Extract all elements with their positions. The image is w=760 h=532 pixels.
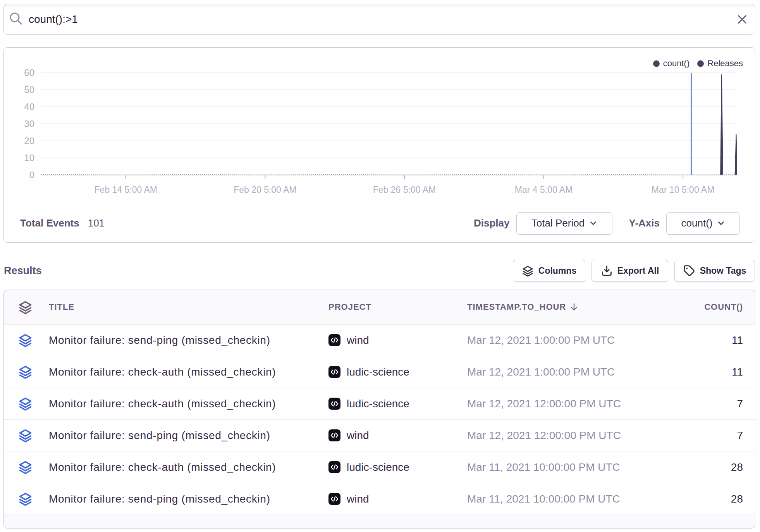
- row-timestamp: Mar 11, 2021 10:00:00 PM UTC: [467, 461, 661, 474]
- code-icon: [329, 398, 340, 409]
- results-table: TITLE PROJECT TIMESTAMP.TO_HOUR COUNT() …: [3, 290, 755, 529]
- y-axis-tick-label: 10: [4, 153, 34, 163]
- table-row[interactable]: Monitor failure: check-auth (missed_chec…: [4, 356, 755, 388]
- row-timestamp: Mar 12, 2021 12:00:00 PM UTC: [467, 429, 661, 442]
- chevron-down-icon: [590, 220, 597, 227]
- close-icon[interactable]: [734, 11, 751, 28]
- discover-page: { "search": { "query": "count():>1", "ic…: [0, 0, 760, 532]
- row-stack-icon-cell: [4, 396, 49, 411]
- row-timestamp: Mar 12, 2021 1:00:00 PM UTC: [467, 334, 661, 347]
- table-row[interactable]: Monitor failure: check-auth (missed_chec…: [4, 388, 755, 420]
- row-project-name[interactable]: ludic-science: [347, 461, 409, 474]
- code-icon: [329, 462, 340, 472]
- y-axis-tick-label: 20: [4, 136, 34, 146]
- project-platform-icon: [328, 461, 340, 473]
- row-stack-icon-cell: [4, 333, 49, 347]
- row-project-name[interactable]: wind: [347, 493, 369, 505]
- yaxis-label: Y-Axis: [629, 217, 660, 229]
- search-query[interactable]: count():>1: [29, 4, 78, 34]
- column-header-project[interactable]: PROJECT: [328, 302, 467, 312]
- column-header-title[interactable]: TITLE: [49, 302, 328, 312]
- display-label: Display: [474, 217, 510, 229]
- x-axis-tick-label: Feb 26 5:00 AM: [373, 185, 436, 195]
- legend-item-count[interactable]: count(): [653, 58, 690, 69]
- legend-item-releases[interactable]: Releases: [697, 58, 743, 69]
- column-header-timestamp[interactable]: TIMESTAMP.TO_HOUR: [467, 302, 661, 312]
- stack-icon: [18, 460, 33, 474]
- count-legend-dot: [653, 60, 660, 67]
- stack-icon: [18, 396, 33, 411]
- table-row[interactable]: Monitor failure: send-ping (missed_check…: [4, 420, 755, 451]
- events-area-chart: [41, 72, 737, 185]
- chevron-down-icon: [717, 220, 725, 227]
- row-count: 28: [661, 461, 755, 474]
- stack-icon: [18, 428, 33, 443]
- export-all-button-label: Export All: [617, 266, 659, 276]
- column-header-count[interactable]: COUNT(): [661, 302, 755, 312]
- show-tags-button[interactable]: Show Tags: [674, 260, 755, 282]
- row-project: ludic-science: [328, 366, 467, 378]
- row-stack-icon-cell: [4, 428, 49, 443]
- header-stack-icon-cell: [4, 300, 49, 314]
- stack-icon: [18, 365, 33, 379]
- row-title[interactable]: Monitor failure: check-auth (missed_chec…: [49, 461, 328, 474]
- y-axis-tick-label: 40: [4, 102, 34, 112]
- row-stack-icon-cell: [4, 365, 49, 379]
- project-platform-icon: [328, 334, 340, 346]
- chart-footer: Total Events 101 Display Total Period Y-…: [4, 204, 755, 242]
- row-title[interactable]: Monitor failure: send-ping (missed_check…: [49, 334, 328, 347]
- table-row[interactable]: Monitor failure: send-ping (missed_check…: [4, 483, 755, 515]
- display-dropdown[interactable]: Total Period: [516, 212, 612, 235]
- row-project-name[interactable]: ludic-science: [347, 366, 409, 378]
- project-platform-icon: [328, 366, 340, 378]
- table-row[interactable]: Monitor failure: send-ping (missed_check…: [4, 324, 755, 356]
- sort-desc-arrow-icon: [569, 302, 579, 312]
- search-icon: [7, 9, 21, 24]
- x-axis-tick-label: Mar 4 5:00 AM: [515, 185, 573, 195]
- row-project-name[interactable]: wind: [347, 429, 369, 442]
- table-body: Monitor failure: send-ping (missed_check…: [4, 324, 755, 515]
- x-axis-tick-label: Feb 20 5:00 AM: [234, 185, 296, 195]
- row-count: 7: [661, 429, 755, 442]
- results-header: Results Columns Export All: [3, 260, 755, 282]
- legend-label: count(): [663, 58, 690, 69]
- download-icon: [601, 265, 613, 277]
- row-stack-icon-cell: [4, 492, 49, 506]
- row-title[interactable]: Monitor failure: check-auth (missed_chec…: [49, 398, 328, 410]
- table-row[interactable]: Monitor failure: check-auth (missed_chec…: [4, 451, 755, 483]
- row-project: wind: [328, 429, 467, 442]
- x-axis-tick-label: Feb 14 5:00 AM: [95, 185, 157, 195]
- stack-icon: [18, 492, 33, 506]
- yaxis-dropdown[interactable]: count(): [666, 212, 740, 235]
- row-project: wind: [328, 334, 467, 347]
- row-title[interactable]: Monitor failure: send-ping (missed_check…: [49, 429, 328, 442]
- releases-legend-dot: [697, 60, 704, 67]
- row-title[interactable]: Monitor failure: check-auth (missed_chec…: [49, 366, 328, 378]
- row-timestamp: Mar 11, 2021 10:00:00 PM UTC: [467, 493, 661, 505]
- stack-icon: [522, 265, 534, 277]
- code-icon: [329, 367, 340, 377]
- columns-button[interactable]: Columns: [513, 260, 585, 282]
- y-axis-tick-label: 30: [4, 119, 34, 129]
- row-timestamp: Mar 12, 2021 1:00:00 PM UTC: [467, 366, 661, 378]
- y-axis-tick-label: 60: [4, 68, 34, 78]
- export-all-button[interactable]: Export All: [591, 260, 668, 282]
- project-platform-icon: [328, 429, 340, 441]
- stack-icon: [18, 300, 33, 314]
- row-project: ludic-science: [328, 461, 467, 474]
- row-project-name[interactable]: ludic-science: [347, 398, 409, 410]
- row-project-name[interactable]: wind: [347, 334, 369, 347]
- chart-panel: count() Releases 0102030405060 Feb 14 5:…: [3, 47, 755, 243]
- row-project: ludic-science: [328, 398, 467, 410]
- row-count: 7: [661, 398, 755, 410]
- search-bar[interactable]: count():>1: [3, 4, 755, 35]
- row-count: 28: [661, 493, 755, 505]
- results-title: Results: [4, 265, 42, 277]
- row-title[interactable]: Monitor failure: send-ping (missed_check…: [49, 493, 328, 505]
- code-icon: [329, 335, 340, 345]
- total-events-label: Total Events: [20, 217, 79, 229]
- table-header-row: TITLE PROJECT TIMESTAMP.TO_HOUR COUNT(): [4, 290, 755, 324]
- table-footer: [4, 515, 755, 528]
- x-axis-tick-label: Mar 10 5:00 AM: [652, 185, 714, 195]
- project-platform-icon: [328, 493, 340, 505]
